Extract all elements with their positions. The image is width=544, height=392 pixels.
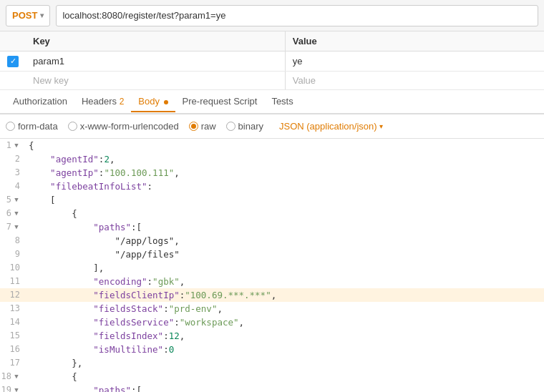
line-content: "isMultiline":0 bbox=[26, 343, 174, 356]
tab-authorization[interactable]: Authorization bbox=[6, 92, 74, 111]
line-content: { bbox=[26, 139, 34, 152]
line-number: 14 bbox=[0, 315, 26, 329]
line-number: 2 bbox=[0, 152, 26, 166]
form-data-label: form-data bbox=[18, 121, 58, 132]
radio-urlencoded[interactable] bbox=[68, 122, 77, 131]
line-toggle-icon[interactable]: ▼ bbox=[13, 223, 20, 230]
line-content: [ bbox=[26, 193, 56, 207]
line-number: 11 bbox=[0, 275, 26, 288]
code-line: 10 ], bbox=[0, 261, 544, 275]
line-toggle-icon[interactable]: ▼ bbox=[13, 386, 20, 392]
line-content: "filebeatInfoList": bbox=[26, 180, 152, 193]
params-table: Key Value ✓param1yeNew keyValue bbox=[0, 31, 544, 90]
code-line: 12 "fieldsClientIp":"100.69.***.***", bbox=[0, 288, 544, 302]
urlencoded-label: x-www-form-urlencoded bbox=[80, 121, 179, 132]
line-content: "paths":[ bbox=[26, 383, 142, 393]
url-input[interactable] bbox=[56, 5, 538, 26]
line-content: "agentId":2, bbox=[26, 152, 115, 166]
line-content: "fieldsStack":"prd-env", bbox=[26, 302, 223, 315]
line-content: "agentIp":"100.100.111", bbox=[26, 166, 180, 180]
code-line: 15 "fieldsIndex":12, bbox=[0, 329, 544, 343]
line-content: { bbox=[26, 207, 77, 220]
option-binary[interactable]: binary bbox=[226, 121, 263, 132]
code-line: 6▼ { bbox=[0, 207, 544, 220]
method-selector[interactable]: POST ▾ bbox=[6, 5, 50, 26]
top-bar: POST ▾ bbox=[0, 0, 544, 31]
checkbox-col-header bbox=[0, 31, 26, 52]
json-format-selector[interactable]: JSON (application/json) ▾ bbox=[279, 121, 383, 132]
option-urlencoded[interactable]: x-www-form-urlencoded bbox=[68, 121, 179, 132]
option-raw[interactable]: raw bbox=[189, 121, 216, 132]
code-line: 19▼ "paths":[ bbox=[0, 383, 544, 393]
line-content: ], bbox=[26, 261, 104, 275]
line-content: "fieldsIndex":12, bbox=[26, 329, 185, 343]
headers-badge: 2 bbox=[120, 97, 125, 107]
code-editor[interactable]: 1▼{2 "agentId":2,3 "agentIp":"100.100.11… bbox=[0, 139, 544, 393]
line-content: { bbox=[26, 370, 77, 383]
line-toggle-icon[interactable]: ▼ bbox=[13, 142, 20, 149]
radio-binary[interactable] bbox=[226, 122, 235, 131]
param-value-cell: ye bbox=[285, 52, 544, 72]
param-value-cell: Value bbox=[285, 71, 544, 89]
line-number: 19▼ bbox=[0, 383, 26, 393]
option-form-data[interactable]: form-data bbox=[6, 121, 58, 132]
code-line: 8 "/app/logs", bbox=[0, 234, 544, 248]
line-number: 12 bbox=[0, 288, 26, 302]
key-col-header: Key bbox=[26, 31, 285, 52]
tab-tests[interactable]: Tests bbox=[264, 92, 300, 111]
line-number: 9 bbox=[0, 248, 26, 261]
tab-body[interactable]: Body bbox=[131, 92, 175, 112]
line-content: "fieldsClientIp":"100.69.***.***", bbox=[26, 288, 276, 302]
row-checkbox-cell[interactable]: ✓ bbox=[0, 52, 26, 72]
binary-label: binary bbox=[238, 121, 263, 132]
line-number: 15 bbox=[0, 329, 26, 343]
code-line: 9 "/app/files" bbox=[0, 248, 544, 261]
line-content: }, bbox=[26, 356, 82, 370]
line-number: 8 bbox=[0, 234, 26, 248]
line-content: "fieldsService":"workspace", bbox=[26, 315, 244, 329]
raw-label: raw bbox=[201, 121, 216, 132]
radio-form-data[interactable] bbox=[6, 122, 15, 131]
line-number: 6▼ bbox=[0, 207, 26, 220]
body-options-bar: form-data x-www-form-urlencoded raw bina… bbox=[0, 114, 544, 139]
value-col-header: Value bbox=[285, 31, 544, 52]
code-line: 2 "agentId":2, bbox=[0, 152, 544, 166]
line-toggle-icon[interactable]: ▼ bbox=[13, 373, 20, 380]
line-number: 18▼ bbox=[0, 370, 26, 383]
code-line: 18▼ { bbox=[0, 370, 544, 383]
line-number: 16 bbox=[0, 343, 26, 356]
code-line: 11 "encoding":"gbk", bbox=[0, 275, 544, 288]
tab-bar: Authorization Headers 2 Body Pre-request… bbox=[0, 90, 544, 114]
code-line: 4 "filebeatInfoList": bbox=[0, 180, 544, 193]
json-format-chevron-icon: ▾ bbox=[379, 122, 383, 130]
code-line: 14 "fieldsService":"workspace", bbox=[0, 315, 544, 329]
code-line: 7▼ "paths":[ bbox=[0, 220, 544, 234]
row-checkbox-cell[interactable] bbox=[0, 71, 26, 89]
line-number: 1▼ bbox=[0, 139, 26, 152]
line-content: "encoding":"gbk", bbox=[26, 275, 185, 288]
line-number: 5▼ bbox=[0, 193, 26, 207]
code-line: 1▼{ bbox=[0, 139, 544, 152]
line-number: 3 bbox=[0, 166, 26, 180]
code-line: 5▼ [ bbox=[0, 193, 544, 207]
checkbox-checked[interactable]: ✓ bbox=[7, 56, 19, 67]
line-number: 13 bbox=[0, 302, 26, 315]
table-row: ✓param1ye bbox=[0, 52, 544, 72]
line-number: 4 bbox=[0, 180, 26, 193]
method-label: POST bbox=[12, 10, 37, 21]
line-content: "/app/files" bbox=[26, 248, 180, 261]
param-key-cell: New key bbox=[26, 71, 285, 89]
param-key-cell: param1 bbox=[26, 52, 285, 72]
tab-headers[interactable]: Headers 2 bbox=[74, 92, 131, 111]
code-line: 13 "fieldsStack":"prd-env", bbox=[0, 302, 544, 315]
line-content: "/app/logs", bbox=[26, 234, 180, 248]
radio-raw[interactable] bbox=[189, 122, 198, 131]
line-toggle-icon[interactable]: ▼ bbox=[13, 196, 20, 203]
code-line: 16 "isMultiline":0 bbox=[0, 343, 544, 356]
method-chevron-icon: ▾ bbox=[40, 11, 44, 19]
tab-prerequest[interactable]: Pre-request Script bbox=[175, 92, 265, 111]
line-content: "paths":[ bbox=[26, 220, 142, 234]
body-dot bbox=[164, 100, 168, 104]
line-toggle-icon[interactable]: ▼ bbox=[13, 210, 20, 217]
code-line: 3 "agentIp":"100.100.111", bbox=[0, 166, 544, 180]
